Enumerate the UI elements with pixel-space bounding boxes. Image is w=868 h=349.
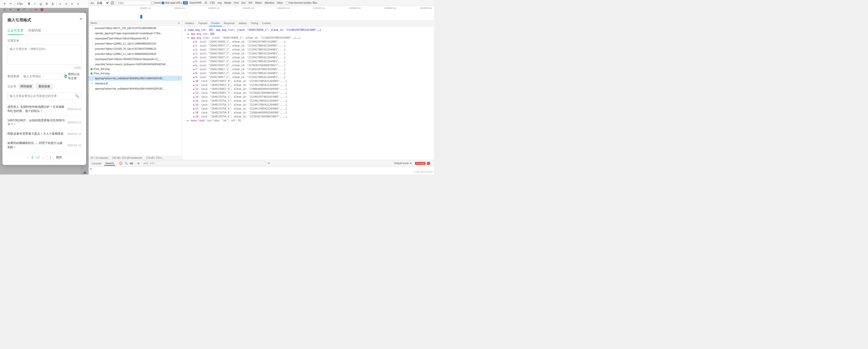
modal-close-btn[interactable]: ×	[80, 17, 82, 21]
align-btn2[interactable]: ≡	[63, 1, 69, 6]
has-blocked-cookies-checkbox[interactable]: Has blocked cookies	[286, 1, 312, 4]
timeline-label: 1200000 ms	[313, 7, 325, 9]
default-levels[interactable]: Default levels ▼	[394, 162, 412, 165]
search-tab[interactable]: Search	[104, 161, 115, 166]
next-page-btn[interactable]: ›	[42, 155, 45, 160]
console-clear-btn[interactable]: 🚫	[119, 162, 123, 165]
invert-checkbox[interactable]: Invert	[152, 1, 161, 4]
network-items: jsmonitor?idkey=69271_116_1&t=0.53751445…	[89, 26, 182, 91]
detail-tab-payload[interactable]: Payload	[196, 21, 209, 26]
filter-font[interactable]: Font	[233, 1, 240, 4]
filter-ws[interactable]: WS	[248, 1, 253, 4]
json-item: 10: {aid: "2649176857_4", album_id: "211…	[190, 79, 432, 83]
modal-tabs: 公众号文章 外部内容	[7, 27, 81, 35]
list-item[interactable]: 如果吃砂糖橘有段位......对照下你是什么级别的！2023-01-12	[7, 139, 81, 152]
timeline-label: 1000000 ms	[277, 7, 289, 9]
json-item: 16: {aid: "2649176754_3", album_id: "211…	[190, 103, 432, 107]
source-label: 查找来源	[7, 74, 19, 79]
request-icon	[91, 87, 94, 90]
strikethrough-btn[interactable]: S	[44, 1, 50, 6]
toolbar-icon1[interactable]: ☀	[2, 1, 7, 6]
network-item[interactable]: jsmonitor?idkey=128961_11_1&t=0.39984650…	[89, 52, 182, 57]
request-name: 0?wx_fmt=png	[93, 72, 180, 75]
list-item[interactable]: @所有人 全国特色年味地图出炉！文末领新年红包封面，免个好彩头！2023-01-…	[7, 103, 81, 116]
network-item[interactable]: jsmonitor?idkey=69271_116_1&t=0.53751445…	[89, 26, 182, 31]
network-item[interactable]: jsmonitor?idkey=129180_78_1&t=0.92746437…	[89, 46, 182, 52]
json-item: 9: {aid: "2649176857_3", album_id: "2119…	[190, 75, 432, 79]
network-item[interactable]: jsmonitor?idkey=128961_11_1&t=0.16985886…	[89, 41, 182, 46]
console-eye-btn[interactable]: 👁	[136, 162, 140, 165]
json-item: 2: {aid: "2649176937_2", album_id: "2119…	[190, 48, 432, 52]
timeline-label: 1600000 ms	[384, 7, 397, 9]
filter-css[interactable]: CSS	[209, 1, 216, 4]
filter-doc[interactable]: Doc	[240, 1, 247, 4]
filter-wasm[interactable]: Wasm	[254, 1, 263, 4]
search-icon-btn[interactable]: 🔍	[75, 94, 79, 98]
console-search-input[interactable]	[142, 161, 266, 166]
char-count: 0/300	[7, 66, 81, 69]
invert-label: Invert	[155, 1, 161, 4]
detail-tab-cookies[interactable]: Cookies	[260, 21, 273, 26]
detail-tab-preview[interactable]: Preview	[209, 21, 222, 26]
detail-tab-initiator[interactable]: Initiator	[237, 21, 249, 26]
filter-img[interactable]: Img	[217, 1, 223, 4]
align-btn1[interactable]: ≡	[58, 1, 63, 6]
list-item[interactable]: 80款必备年货零食大盘点！大人小孩都喜欢2023-01-12	[7, 129, 81, 139]
network-item[interactable]: appmsg?action=list_ex&fakeid=MzA4Nzc5MzY…	[89, 86, 182, 91]
request-name: jsmonitor?idkey=128961_11_1&t=0.39984650…	[95, 53, 180, 55]
network-item[interactable]: 0?wx_fmt=png	[89, 71, 182, 76]
console-tab[interactable]: Console	[91, 162, 102, 165]
filter-fetch-xhr[interactable]: Fetch/XHR	[188, 1, 203, 4]
network-item[interactable]: searchbiz?action=search_biz&query=%E8%96…	[89, 62, 182, 67]
filter-input[interactable]	[116, 1, 151, 5]
align-btn3[interactable]: ≡	[69, 1, 75, 6]
close-icon[interactable]: ✕	[177, 77, 180, 80]
underline-btn[interactable]: U	[38, 1, 43, 6]
page-jump-btn[interactable]: 跳转	[56, 155, 62, 159]
filter-all[interactable]: All	[183, 1, 188, 4]
detail-tab-timing[interactable]: Timing	[249, 21, 260, 26]
bold-btn[interactable]: B	[26, 1, 32, 6]
prev-page-btn[interactable]: ‹	[27, 155, 30, 160]
json-items-list: 0: {aid: "2649176958_1", album_id: "2110…	[187, 40, 432, 119]
tab-gongzhonghao[interactable]: 公众号文章	[7, 27, 23, 35]
json-tree: {app_msg_cnt: 165, app_msg_list: [{aid: …	[185, 28, 432, 122]
toolbar-icon2[interactable]: ✏	[8, 1, 13, 6]
filter-manifest[interactable]: Manifest	[264, 1, 275, 4]
timeline-label: 400000 ms	[174, 7, 185, 9]
tab-waibu[interactable]: 外部内容	[28, 27, 41, 35]
network-item[interactable]: reportspeed?pid=34&uin=3544052765&rid=0&…	[89, 57, 182, 62]
hide-data-urls-checkbox[interactable]: Hide data URLs	[162, 1, 182, 4]
list-item[interactable]: 148斤到108斤，从前的我竟然每天吃3000大卡？！2023-01-12	[7, 116, 81, 129]
font-size-display[interactable]: 17px	[16, 1, 24, 6]
filter-js[interactable]: JS	[203, 1, 208, 4]
network-item[interactable]: operate_appmsg?t=ajax-response&sub=creat…	[89, 31, 182, 36]
network-item[interactable]: 0?wx_fmt=png	[89, 67, 182, 71]
network-item[interactable]: FHelvetica.ttf	[89, 81, 182, 86]
json-root-preview: {app_msg_cnt: 165, app_msg_list: [{aid: …	[188, 29, 321, 31]
font-select[interactable]: 日落	[95, 1, 110, 5]
article-search-input[interactable]	[7, 92, 81, 99]
filter-media[interactable]: Media	[223, 1, 232, 4]
detail-tab-headers[interactable]: Headers	[183, 21, 196, 26]
citation-textarea[interactable]	[7, 45, 81, 64]
request-name: 0?wx_fmt=png	[93, 68, 180, 70]
network-item[interactable]: reportspeed?pid=34&uin=0&rid=0&speeds=66…	[89, 36, 182, 41]
has-blocked-cookies-box	[286, 2, 288, 4]
citation-text-label: 引用文本	[7, 39, 81, 43]
request-name: appmsg?action=list_ex&fakeid=MzA4Nzc5MzY…	[95, 87, 180, 90]
page-jump-input[interactable]	[47, 155, 54, 160]
align-btn4[interactable]: ≡	[75, 1, 81, 6]
network-item[interactable]: appmsg?action=list_ex&fakeid=MzA4Nzc5MzY…	[89, 76, 182, 81]
font-color-btn[interactable]: A	[50, 1, 55, 6]
filter-other[interactable]: Other	[276, 1, 284, 4]
console-filter-btn[interactable]: 🔍	[124, 162, 128, 165]
source-input[interactable]	[21, 73, 62, 80]
detail-tab-response[interactable]: Response	[222, 21, 237, 26]
re-search-btn[interactable]: 重新搜索	[36, 83, 53, 90]
italic-btn[interactable]: I	[32, 1, 38, 6]
account-tag: 薄荷健康	[18, 84, 34, 89]
refresh-btn[interactable]: 🔄	[111, 1, 114, 4]
radio-dot[interactable]	[64, 75, 67, 78]
console-close-btn[interactable]: ✕	[267, 162, 271, 165]
